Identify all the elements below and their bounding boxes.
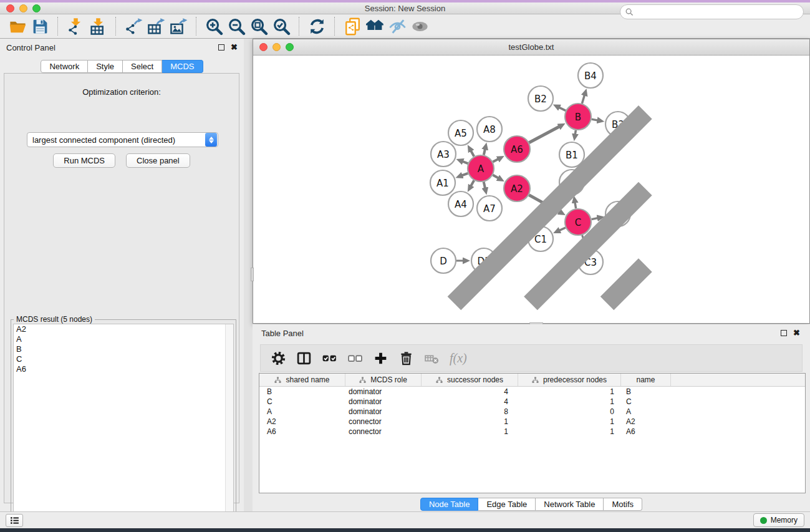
column-header-predecessor-nodes[interactable]: predecessor nodes <box>518 374 621 386</box>
control-panel-tabs: NetworkStyleSelectMCDS <box>0 60 244 73</box>
column-header-shared-name[interactable]: shared name <box>259 374 345 386</box>
mcds-result-list[interactable]: A2ABCA6 <box>13 324 234 532</box>
tab-mcds[interactable]: MCDS <box>162 60 203 73</box>
header-filler <box>671 374 805 386</box>
table-panel-header: Table Panel ✖ <box>253 324 810 342</box>
search-box[interactable] <box>620 4 804 19</box>
close-panel-icon[interactable]: ✖ <box>231 44 238 51</box>
export-image-icon[interactable] <box>167 16 190 36</box>
deselect-all-icon[interactable] <box>345 349 365 367</box>
table-cell: A2 <box>621 417 671 427</box>
result-list-item[interactable]: B <box>14 344 233 354</box>
optimization-criterion-label: Optimization criterion: <box>4 87 239 97</box>
show-graphics-icon[interactable] <box>408 16 431 36</box>
zoom-in-icon[interactable] <box>203 16 225 36</box>
home-icon[interactable] <box>364 16 386 36</box>
float-panel-icon[interactable] <box>218 44 224 51</box>
zoom-selected-icon[interactable] <box>270 16 292 36</box>
table-cell: 1 <box>518 417 621 427</box>
mcds-result-title: MCDS result (5 nodes) <box>14 315 95 324</box>
memory-button[interactable]: Memory <box>753 513 804 527</box>
refresh-icon[interactable] <box>306 16 328 36</box>
tab-network[interactable]: Network <box>41 60 88 73</box>
delete-column-trash-icon[interactable] <box>396 349 416 367</box>
column-type-icon <box>436 377 443 384</box>
network-view-window[interactable]: testGlobe.txt B4B2BB3A5A8A6B1A3AA1C2A2A4… <box>253 39 810 324</box>
result-list-item[interactable]: A6 <box>14 364 233 374</box>
table-row[interactable]: Bdominator41B <box>259 387 805 397</box>
memory-label: Memory <box>771 516 798 525</box>
column-type-icon <box>359 377 366 384</box>
select-all-icon[interactable] <box>319 349 339 367</box>
tab-network-table[interactable]: Network Table <box>536 498 604 511</box>
table-row[interactable]: A2connector11A2 <box>259 417 805 427</box>
control-panel-header: Control Panel ✖ <box>0 39 244 56</box>
result-list-item[interactable]: A <box>14 334 233 344</box>
table-body: Bdominator41BCdominator41CAdominator80AA… <box>259 387 805 437</box>
save-session-icon[interactable] <box>29 16 51 36</box>
column-header-MCDS-role[interactable]: MCDS role <box>345 374 422 386</box>
import-table-icon[interactable] <box>87 16 109 36</box>
table-settings-gear-icon[interactable] <box>268 349 288 367</box>
table-panel-tabs: Node TableEdge TableNetwork TableMotifs <box>253 498 810 511</box>
resize-grip-icon[interactable] <box>253 55 809 322</box>
table-cell: connector <box>345 417 422 427</box>
control-panel: Control Panel ✖ NetworkStyleSelectMCDS O… <box>0 39 244 511</box>
show-columns-icon[interactable] <box>294 349 314 367</box>
network-window-titlebar[interactable]: testGlobe.txt <box>253 39 809 56</box>
table-row[interactable]: A6connector11A6 <box>259 427 805 437</box>
tab-motifs[interactable]: Motifs <box>604 498 642 511</box>
tab-select[interactable]: Select <box>123 60 162 73</box>
copy-network-icon[interactable] <box>341 16 364 36</box>
column-header-label: MCDS role <box>370 375 407 384</box>
table-row[interactable]: Adominator80A <box>259 407 805 417</box>
column-header-label: name <box>636 375 655 384</box>
table-row[interactable]: Cdominator41C <box>259 397 805 407</box>
search-input[interactable] <box>637 6 803 18</box>
export-table-icon[interactable] <box>145 16 167 36</box>
optimization-criterion-select[interactable]: largest connected component (directed) <box>27 132 218 147</box>
dropdown-stepper-icon <box>205 133 217 147</box>
column-header-name[interactable]: name <box>621 374 671 386</box>
node-table[interactable]: shared nameMCDS rolesuccessor nodesprede… <box>259 373 806 493</box>
column-header-label: successor nodes <box>447 375 503 384</box>
pane-divider-handle[interactable] <box>251 268 254 281</box>
column-type-icon <box>274 377 281 384</box>
run-mcds-button[interactable]: Run MCDS <box>53 153 115 168</box>
table-cell: 4 <box>422 397 518 407</box>
import-network-icon[interactable] <box>64 16 87 36</box>
result-list-scrollbar[interactable] <box>225 324 233 532</box>
tab-edge-table[interactable]: Edge Table <box>478 498 536 511</box>
float-table-panel-icon[interactable] <box>781 330 787 336</box>
table-panel-title: Table Panel <box>261 329 304 338</box>
zoom-out-icon[interactable] <box>225 16 248 36</box>
zoom-fit-icon[interactable] <box>248 16 270 36</box>
table-cell: 1 <box>422 427 518 437</box>
desktop-background-bottom <box>0 528 810 532</box>
close-panel-button[interactable]: Close panel <box>126 153 190 168</box>
table-cell: A <box>621 407 671 417</box>
table-cell: B <box>621 387 671 397</box>
table-cell: A6 <box>259 427 345 437</box>
function-builder-icon: f(x) <box>447 351 467 365</box>
task-history-button[interactable] <box>6 514 23 527</box>
add-column-icon[interactable] <box>370 349 390 367</box>
search-icon <box>625 8 634 16</box>
column-type-icon <box>532 377 539 384</box>
table-cell: 4 <box>422 387 518 397</box>
close-table-panel-icon[interactable]: ✖ <box>793 330 800 336</box>
tab-node-table[interactable]: Node Table <box>420 498 479 511</box>
result-list-item[interactable]: A2 <box>14 324 233 334</box>
delete-table-icon <box>422 349 441 367</box>
network-canvas[interactable]: B4B2BB3A5A8A6B1A3AA1C2A2A4A7C4CC1C3DD1 <box>253 56 809 323</box>
open-session-icon[interactable] <box>6 16 29 36</box>
column-header-label: predecessor nodes <box>543 375 607 384</box>
column-header-successor-nodes[interactable]: successor nodes <box>422 374 518 386</box>
table-cell: 1 <box>518 427 621 437</box>
table-cell: C <box>621 397 671 407</box>
result-list-item[interactable]: C <box>14 354 233 364</box>
export-network-icon[interactable] <box>122 16 145 36</box>
tab-style[interactable]: Style <box>88 60 123 73</box>
hide-graphics-icon[interactable] <box>386 16 408 36</box>
table-cell: 8 <box>422 407 518 417</box>
